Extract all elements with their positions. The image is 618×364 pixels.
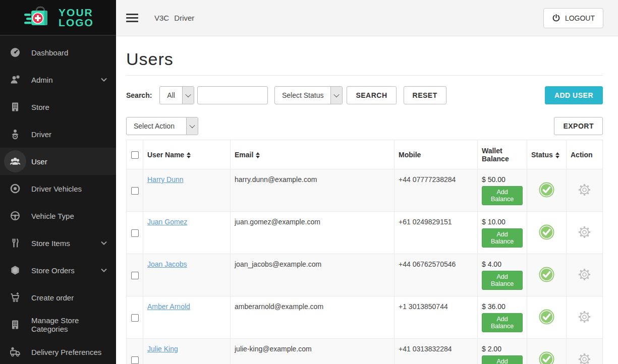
user-mobile: +41 0313832284: [395, 339, 478, 364]
user-name-link[interactable]: Julie King: [147, 345, 178, 353]
search-field-select[interactable]: All: [159, 86, 194, 104]
add-user-button[interactable]: ADD USER: [545, 86, 603, 104]
status-active-icon[interactable]: [538, 266, 555, 283]
sidebar-item-label: Driver: [31, 130, 51, 139]
delivery-truck-icon: [4, 341, 26, 363]
steering-wheel-icon: [4, 205, 26, 227]
dashboard-icon: [4, 41, 26, 64]
wallet-balance-value: $ 36.00: [482, 302, 523, 311]
chevron-down-icon: [101, 78, 107, 82]
user-mobile: +1 3013850744: [395, 296, 478, 339]
sidebar-nav: Dashboard Admin Store Driver: [0, 36, 116, 364]
sidebar-item-driver-vehicles[interactable]: Driver Vehicles: [0, 175, 116, 202]
row-checkbox[interactable]: [131, 187, 139, 195]
search-label: Search:: [126, 91, 152, 99]
sort-icon: [256, 152, 260, 158]
user-email: julie-king@example.com: [231, 339, 395, 364]
sidebar-item-label: Delivery Preferences: [31, 348, 101, 356]
bulk-action-select[interactable]: Select Action: [126, 117, 198, 135]
sidebar-item-vehicle-type[interactable]: Vehicle Type: [0, 202, 116, 229]
search-field-select-value: All: [160, 87, 182, 104]
sidebar-item-delivery-preferences[interactable]: Delivery Preferences: [0, 338, 116, 364]
user-name-link[interactable]: Amber Arnold: [147, 302, 190, 311]
settings-gear-icon[interactable]: [578, 183, 591, 198]
export-button[interactable]: EXPORT: [554, 117, 603, 135]
brand-logo-text: YOUR LOGO: [59, 8, 94, 28]
cart-plus-icon: [4, 286, 26, 309]
sort-icon: [187, 152, 191, 158]
target-icon: [4, 177, 26, 200]
logout-label: LOGOUT: [565, 14, 595, 22]
status-active-icon[interactable]: [538, 351, 555, 364]
sidebar-item-create-order[interactable]: Create order: [0, 284, 116, 311]
sidebar-item-label: Store Orders: [31, 266, 75, 275]
app-title: V3C Driver: [154, 14, 194, 22]
column-header-status[interactable]: Status: [527, 140, 567, 169]
sidebar-item-label: Dashboard: [31, 48, 68, 57]
add-balance-button[interactable]: Add Balance: [482, 271, 523, 290]
settings-gear-icon[interactable]: [578, 268, 591, 283]
add-balance-button[interactable]: Add Balance: [482, 313, 523, 332]
add-balance-button[interactable]: Add Balance: [482, 355, 523, 364]
table-row: Juan Gomez juan.gomez@example.com +61 02…: [127, 212, 603, 254]
wallet-balance-value: $ 4.00: [482, 260, 523, 268]
sidebar-item-dashboard[interactable]: Dashboard: [0, 39, 116, 66]
sidebar-item-label: Manage Store Categories: [31, 316, 111, 333]
cutlery-icon: [4, 232, 26, 254]
sidebar: YOUR LOGO Dashboard Admin: [0, 0, 116, 364]
logout-button[interactable]: LOGOUT: [543, 8, 603, 28]
search-button[interactable]: SEARCH: [347, 86, 396, 104]
user-email: juan.gomez@example.com: [231, 212, 395, 254]
column-header-wallet-balance: Wallet Balance: [478, 140, 527, 169]
settings-gear-icon[interactable]: [578, 225, 591, 240]
sidebar-item-store-orders[interactable]: Store Orders: [0, 257, 116, 284]
user-email: amberarnold@example.com: [231, 296, 395, 339]
sidebar-item-label: Store: [31, 103, 49, 111]
wallet-balance-value: $ 50.00: [482, 175, 523, 184]
sidebar-item-store[interactable]: Store: [0, 93, 116, 120]
users-group-icon: [4, 150, 26, 172]
row-checkbox[interactable]: [131, 229, 139, 237]
status-active-icon[interactable]: [538, 224, 555, 240]
search-keyword-input[interactable]: [197, 86, 268, 104]
select-all-checkbox[interactable]: [131, 151, 139, 159]
sidebar-item-driver[interactable]: Driver: [0, 120, 116, 148]
user-mobile: +44 07777238284: [395, 169, 478, 212]
add-balance-button[interactable]: Add Balance: [482, 228, 523, 248]
reset-button[interactable]: RESET: [404, 86, 446, 104]
column-header-email[interactable]: Email: [231, 140, 395, 169]
sidebar-item-store-items[interactable]: Store Items: [0, 229, 116, 257]
user-name-link[interactable]: Joan Jacobs: [147, 260, 187, 268]
hexagon-icon: [4, 259, 26, 281]
sidebar-item-admin[interactable]: Admin: [0, 66, 116, 93]
add-balance-button[interactable]: Add Balance: [482, 186, 523, 205]
column-header-mobile: Mobile: [395, 140, 478, 169]
settings-gear-icon[interactable]: [578, 310, 591, 325]
row-checkbox[interactable]: [131, 314, 139, 322]
sidebar-item-manage-store-categories[interactable]: Manage Store Categories: [0, 311, 116, 338]
users-page: Users Search: All Select Status SEARCH R…: [116, 36, 618, 364]
page-title: Users: [126, 49, 603, 69]
building-icon: [4, 96, 26, 118]
status-select[interactable]: Select Status: [274, 86, 343, 104]
sidebar-item-label: Store Items: [31, 239, 70, 248]
status-active-icon[interactable]: [538, 309, 555, 325]
hamburger-menu-icon[interactable]: [126, 14, 138, 22]
user-name-link[interactable]: Harry Dunn: [147, 175, 184, 184]
sidebar-item-label: User: [31, 157, 47, 166]
status-active-icon[interactable]: [538, 181, 555, 198]
sidebar-item-user[interactable]: User: [0, 148, 116, 175]
table-row: Joan Jacobs joan_jacobs@example.com +44 …: [127, 254, 603, 296]
row-checkbox[interactable]: [131, 272, 139, 279]
sort-icon: [555, 152, 559, 158]
user-name-link[interactable]: Juan Gomez: [147, 218, 187, 226]
medical-bag-logo-icon: [22, 5, 53, 30]
sidebar-item-label: Create order: [31, 293, 74, 302]
select-arrow-icon: [182, 87, 194, 104]
row-checkbox[interactable]: [131, 356, 139, 364]
settings-gear-icon[interactable]: [578, 352, 591, 364]
table-row: Harry Dunn harry.dunn@example.com +44 07…: [127, 169, 603, 212]
table-row: Julie King julie-king@example.com +41 03…: [127, 339, 603, 364]
column-header-user-name[interactable]: User Name: [143, 140, 231, 169]
wallet-balance-value: $ 10.00: [482, 218, 523, 226]
